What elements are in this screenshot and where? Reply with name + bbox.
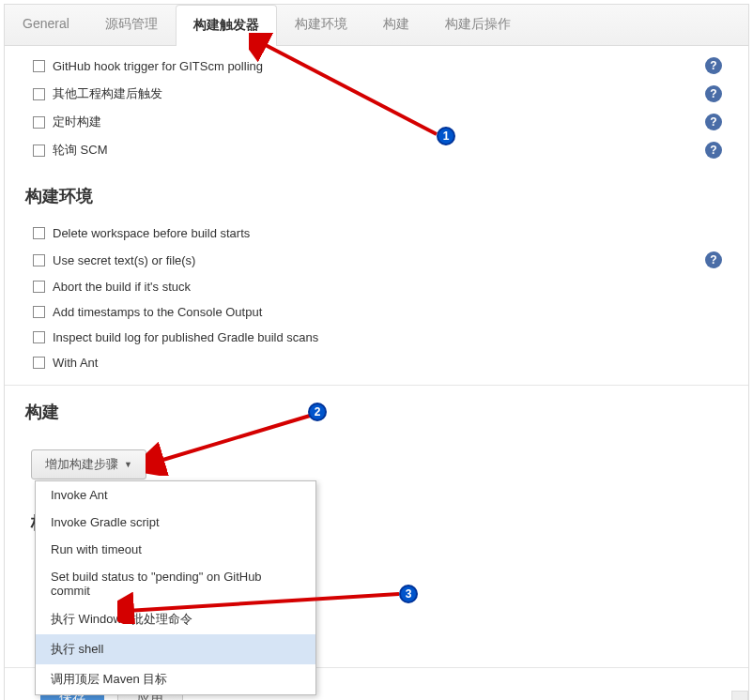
checkbox-timestamps[interactable]: [33, 306, 45, 318]
add-build-step-button[interactable]: 增加构建步骤 ▼: [31, 449, 146, 479]
dropdown-item-maven[interactable]: 调用顶层 Maven 目标: [36, 664, 315, 694]
env-label: Add timestamps to the Console Output: [53, 305, 735, 319]
env-with-ant-row: With Ant: [5, 350, 748, 375]
trigger-scheduled-row: 定时构建 ?: [5, 108, 748, 136]
checkbox-gradle-scan[interactable]: [33, 331, 45, 343]
trigger-poll-scm-row: 轮询 SCM ?: [5, 136, 748, 164]
section-build-environment: 构建环境: [5, 170, 748, 221]
tab-build-environment[interactable]: 构建环境: [277, 5, 365, 45]
trigger-label: 定时构建: [53, 114, 705, 130]
tab-post-build[interactable]: 构建后操作: [427, 5, 529, 45]
env-abort-row: Abort the build if it's stuck: [5, 274, 748, 299]
trigger-other-project-row: 其他工程构建后触发 ?: [5, 80, 748, 108]
add-build-step-label: 增加构建步骤: [45, 456, 118, 473]
env-timestamps-row: Add timestamps to the Console Output: [5, 299, 748, 325]
side-stripe-icon: [731, 691, 748, 700]
tab-general[interactable]: General: [5, 5, 87, 45]
tab-build[interactable]: 构建: [365, 5, 427, 45]
chevron-down-icon: ▼: [124, 460, 132, 469]
help-icon[interactable]: ?: [705, 114, 722, 130]
env-label: With Ant: [53, 356, 735, 370]
checkbox-scheduled[interactable]: [33, 116, 45, 129]
checkbox-abort[interactable]: [33, 281, 45, 293]
env-label: Abort the build if it's stuck: [53, 280, 735, 294]
section-build: 构建: [5, 385, 748, 436]
env-delete-ws-row: Delete workspace before build starts: [5, 221, 748, 246]
help-icon[interactable]: ?: [705, 251, 722, 268]
checkbox-other-project[interactable]: [33, 88, 45, 100]
dropdown-item-gradle[interactable]: Invoke Gradle script: [36, 509, 315, 536]
checkbox-with-ant[interactable]: [33, 357, 45, 369]
env-secret-row: Use secret text(s) or file(s) ?: [5, 246, 748, 274]
env-label: Delete workspace before build starts: [53, 226, 735, 240]
help-icon[interactable]: ?: [705, 85, 722, 102]
checkbox-github-hook[interactable]: [33, 60, 45, 72]
dropdown-item-invoke-ant[interactable]: Invoke Ant: [36, 481, 315, 509]
dropdown-item-timeout[interactable]: Run with timeout: [36, 536, 315, 563]
env-gradle-scan-row: Inspect build log for published Gradle b…: [5, 325, 748, 350]
checkbox-delete-ws[interactable]: [33, 227, 45, 239]
env-label: Use secret text(s) or file(s): [53, 253, 705, 267]
trigger-github-hook-row: GitHub hook trigger for GITScm polling ?: [5, 52, 748, 80]
trigger-label: 轮询 SCM: [53, 142, 705, 159]
checkbox-poll-scm[interactable]: [33, 145, 45, 157]
annotation-badge-2: 2: [308, 403, 327, 421]
annotation-badge-3: 3: [399, 585, 418, 603]
dropdown-item-shell[interactable]: 执行 shell: [36, 634, 315, 664]
config-tabs: General 源码管理 构建触发器 构建环境 构建 构建后操作: [5, 5, 748, 46]
env-label: Inspect build log for published Gradle b…: [53, 330, 735, 344]
dropdown-item-windows-batch[interactable]: 执行 Windows 批处理命令: [36, 604, 315, 634]
dropdown-item-pending[interactable]: Set build status to "pending" on GitHub …: [36, 563, 315, 604]
help-icon[interactable]: ?: [705, 57, 722, 74]
trigger-label: GitHub hook trigger for GITScm polling: [53, 59, 705, 73]
help-icon[interactable]: ?: [705, 142, 722, 159]
annotation-badge-1: 1: [437, 127, 455, 145]
checkbox-secret[interactable]: [33, 254, 45, 266]
tab-scm[interactable]: 源码管理: [87, 5, 176, 45]
tab-build-triggers[interactable]: 构建触发器: [176, 5, 277, 46]
trigger-label: 其他工程构建后触发: [53, 85, 705, 102]
add-build-step-dropdown: Invoke Ant Invoke Gradle script Run with…: [35, 480, 316, 695]
